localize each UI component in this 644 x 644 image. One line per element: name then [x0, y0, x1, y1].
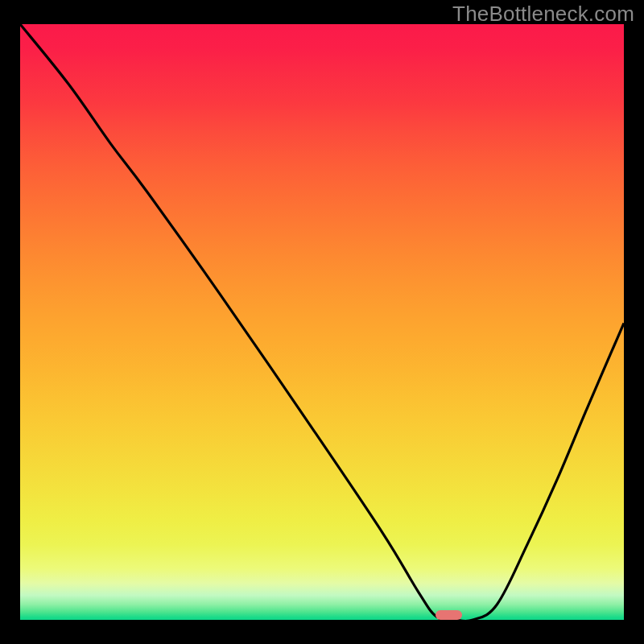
baseline: [20, 620, 624, 622]
optimal-marker: [436, 610, 462, 620]
plot-area: [20, 24, 624, 622]
chart-container: TheBottleneck.com: [0, 0, 644, 644]
bottleneck-curve: [20, 24, 624, 622]
watermark-text: TheBottleneck.com: [452, 2, 634, 27]
